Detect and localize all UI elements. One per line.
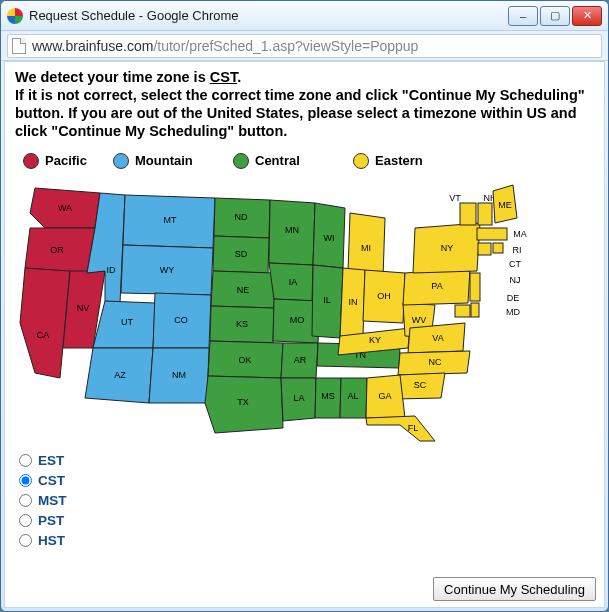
state-FL[interactable] — [366, 416, 435, 441]
chrome-window: Request Schedule - Google Chrome – ▢ ✕ w… — [0, 0, 609, 612]
svg-text:MS: MS — [321, 391, 335, 401]
radio-mst-label[interactable]: MST — [38, 493, 67, 508]
svg-text:WA: WA — [58, 203, 72, 213]
svg-text:CA: CA — [37, 330, 50, 340]
svg-text:SC: SC — [414, 380, 427, 390]
legend-mountain: Mountain — [113, 153, 233, 169]
detected-timezone: CST — [210, 69, 237, 85]
svg-text:MD: MD — [506, 307, 520, 317]
timezone-radio-group: EST CST MST PST HST — [19, 451, 594, 551]
svg-text:IL: IL — [323, 295, 331, 305]
radio-hst-input[interactable] — [19, 534, 32, 547]
svg-text:OK: OK — [238, 355, 251, 365]
radio-pst-input[interactable] — [19, 514, 32, 527]
window-title: Request Schedule - Google Chrome — [29, 8, 508, 23]
svg-text:RI: RI — [513, 245, 522, 255]
svg-text:NY: NY — [441, 243, 454, 253]
instructions-text: We detect your time zone is CST. If it i… — [15, 68, 594, 141]
svg-text:PA: PA — [431, 281, 442, 291]
page-content: We detect your time zone is CST. If it i… — [4, 61, 605, 608]
svg-text:IA: IA — [289, 277, 298, 287]
close-button[interactable]: ✕ — [572, 6, 602, 26]
radio-est[interactable]: EST — [19, 451, 594, 471]
svg-text:GA: GA — [378, 391, 391, 401]
timezone-legend: Pacific Mountain Central Eastern — [23, 153, 594, 169]
svg-text:NM: NM — [172, 370, 186, 380]
radio-est-label[interactable]: EST — [38, 453, 64, 468]
svg-text:VT: VT — [449, 193, 461, 203]
favicon-icon — [7, 8, 23, 24]
svg-text:WI: WI — [324, 233, 335, 243]
radio-cst-input[interactable] — [19, 474, 32, 487]
radio-cst[interactable]: CST — [19, 471, 594, 491]
svg-text:CO: CO — [174, 315, 188, 325]
svg-text:AZ: AZ — [114, 370, 126, 380]
legend-eastern: Eastern — [353, 153, 453, 169]
svg-text:OR: OR — [50, 245, 64, 255]
swatch-central-icon — [233, 153, 249, 169]
svg-text:ID: ID — [107, 265, 117, 275]
titlebar: Request Schedule - Google Chrome – ▢ ✕ — [1, 1, 608, 31]
svg-text:KS: KS — [236, 319, 248, 329]
svg-text:CT: CT — [509, 259, 521, 269]
swatch-mountain-icon — [113, 153, 129, 169]
state-VT[interactable] — [460, 203, 476, 225]
svg-text:WY: WY — [160, 265, 175, 275]
svg-text:ME: ME — [498, 200, 512, 210]
svg-text:SD: SD — [235, 249, 248, 259]
svg-text:AR: AR — [294, 355, 307, 365]
page-icon — [12, 38, 26, 54]
state-NH[interactable] — [478, 203, 492, 225]
svg-text:DE: DE — [507, 293, 520, 303]
radio-cst-label[interactable]: CST — [38, 473, 65, 488]
svg-text:NV: NV — [77, 303, 90, 313]
svg-text:NC: NC — [429, 357, 442, 367]
svg-text:KY: KY — [369, 335, 381, 345]
state-CA[interactable] — [20, 268, 70, 378]
radio-mst[interactable]: MST — [19, 491, 594, 511]
state-MD[interactable] — [455, 305, 470, 317]
state-NJ[interactable] — [470, 273, 480, 301]
maximize-button[interactable]: ▢ — [540, 6, 570, 26]
us-timezone-map[interactable]: WA OR CA NV ID MT WY UT CO AZ — [15, 173, 575, 443]
svg-text:AL: AL — [347, 391, 358, 401]
svg-text:MA: MA — [513, 229, 527, 239]
radio-hst[interactable]: HST — [19, 531, 594, 551]
radio-mst-input[interactable] — [19, 494, 32, 507]
radio-est-input[interactable] — [19, 454, 32, 467]
svg-text:MN: MN — [285, 225, 299, 235]
svg-text:UT: UT — [121, 317, 133, 327]
svg-text:IN: IN — [349, 297, 358, 307]
radio-hst-label[interactable]: HST — [38, 533, 65, 548]
swatch-pacific-icon — [23, 153, 39, 169]
svg-text:LA: LA — [293, 393, 304, 403]
svg-text:NJ: NJ — [510, 275, 521, 285]
radio-pst-label[interactable]: PST — [38, 513, 64, 528]
svg-text:FL: FL — [408, 423, 419, 433]
svg-text:NE: NE — [237, 285, 250, 295]
address-host: www.brainfuse.com — [32, 38, 153, 54]
continue-button[interactable]: Continue My Scheduling — [433, 577, 596, 601]
minimize-button[interactable]: – — [508, 6, 538, 26]
state-RI[interactable] — [493, 243, 503, 253]
radio-pst[interactable]: PST — [19, 511, 594, 531]
state-MA[interactable] — [477, 228, 507, 240]
state-CT[interactable] — [478, 243, 491, 255]
address-bar: www.brainfuse.com/tutor/prefSched_1.asp?… — [1, 31, 608, 61]
svg-text:ND: ND — [235, 212, 248, 222]
svg-text:VA: VA — [432, 333, 443, 343]
svg-text:OH: OH — [377, 291, 391, 301]
state-DE[interactable] — [471, 303, 479, 317]
legend-central: Central — [233, 153, 353, 169]
svg-text:MO: MO — [290, 315, 305, 325]
svg-text:MI: MI — [361, 243, 371, 253]
swatch-eastern-icon — [353, 153, 369, 169]
svg-text:TX: TX — [237, 397, 249, 407]
legend-pacific: Pacific — [23, 153, 113, 169]
svg-text:WV: WV — [412, 315, 427, 325]
address-path: /tutor/prefSched_1.asp?viewStyle=Poppup — [153, 38, 418, 54]
address-input[interactable]: www.brainfuse.com/tutor/prefSched_1.asp?… — [7, 34, 602, 58]
svg-text:MT: MT — [164, 215, 177, 225]
